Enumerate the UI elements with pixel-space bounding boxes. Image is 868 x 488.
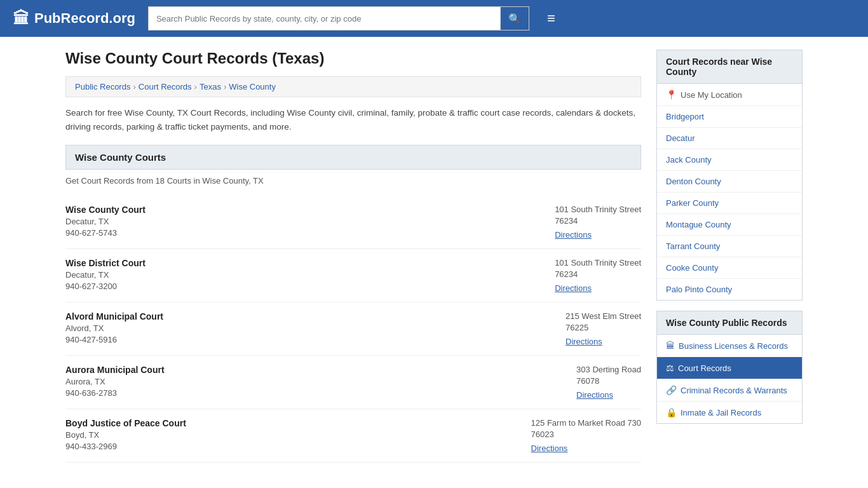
court-phone: 940-433-2969 bbox=[65, 442, 186, 451]
nearby-list-item[interactable]: Tarrant County bbox=[657, 236, 802, 257]
directions-link[interactable]: Directions bbox=[531, 444, 568, 453]
logo-icon: 🏛 bbox=[13, 9, 29, 29]
public-records-item[interactable]: 🔗Criminal Records & Warrants bbox=[657, 379, 802, 402]
directions-link[interactable]: Directions bbox=[555, 230, 592, 240]
court-street: 101 South Trinity Street bbox=[555, 258, 641, 268]
court-info: Boyd Justice of Peace Court Boyd, TX 940… bbox=[65, 418, 186, 453]
logo-link[interactable]: 🏛 PubRecord.org bbox=[13, 9, 135, 29]
location-icon: 📍 bbox=[666, 90, 677, 100]
court-name: Aurora Municipal Court bbox=[65, 365, 165, 375]
court-info: Alvord Municipal Court Alvord, TX 940-42… bbox=[65, 311, 163, 346]
public-records-item[interactable]: ⚖Court Records bbox=[657, 357, 802, 379]
court-city: Decatur, TX bbox=[65, 217, 146, 226]
public-records-section: Wise County Public Records 🏛Business Lic… bbox=[656, 311, 803, 424]
page-title: Wise County Court Records (Texas) bbox=[65, 50, 641, 67]
record-icon: 🔒 bbox=[666, 407, 677, 417]
court-street: 101 South Trinity Street bbox=[555, 205, 641, 214]
nearby-link[interactable]: Denton County bbox=[657, 171, 802, 192]
nearby-link[interactable]: Decatur bbox=[657, 128, 802, 149]
court-zip: 76023 bbox=[531, 430, 641, 439]
court-entry: Alvord Municipal Court Alvord, TX 940-42… bbox=[65, 302, 641, 356]
public-records-link[interactable]: 🔗Criminal Records & Warrants bbox=[657, 379, 802, 401]
court-phone: 940-427-5916 bbox=[65, 335, 163, 344]
directions-link[interactable]: Directions bbox=[566, 337, 602, 346]
use-location-link[interactable]: 📍Use My Location bbox=[657, 84, 802, 105]
court-city: Boyd, TX bbox=[65, 430, 186, 440]
public-records-link[interactable]: ⚖Court Records bbox=[657, 357, 802, 379]
courts-section-header: Wise County Courts bbox=[65, 145, 641, 170]
court-street: 303 Derting Road bbox=[576, 365, 641, 374]
directions-link[interactable]: Directions bbox=[576, 390, 613, 400]
nearby-list-item[interactable]: Bridgeport bbox=[657, 106, 802, 128]
nearby-link[interactable]: Bridgeport bbox=[657, 106, 802, 127]
breadcrumb-texas[interactable]: Texas bbox=[200, 82, 221, 92]
breadcrumb-sep-3: › bbox=[224, 82, 226, 92]
public-records-link[interactable]: 🔒Inmate & Jail Records bbox=[657, 402, 802, 423]
nearby-use-location[interactable]: 📍Use My Location bbox=[657, 84, 802, 106]
public-records-item[interactable]: 🏛Business Licenses & Records bbox=[657, 335, 802, 357]
court-phone: 940-636-2783 bbox=[65, 388, 165, 398]
court-name: Wise County Court bbox=[65, 205, 146, 215]
nearby-section: Court Records near Wise County 📍Use My L… bbox=[656, 50, 803, 301]
nearby-list: 📍Use My LocationBridgeportDecaturJack Co… bbox=[656, 84, 803, 301]
court-street: 125 Farm to Market Road 730 bbox=[531, 418, 641, 428]
courts-sub-description: Get Court Records from 18 Courts in Wise… bbox=[65, 176, 641, 186]
court-city: Decatur, TX bbox=[65, 270, 146, 280]
breadcrumb-public-records[interactable]: Public Records bbox=[75, 82, 130, 92]
nearby-list-item[interactable]: Cooke County bbox=[657, 257, 802, 279]
court-address: 125 Farm to Market Road 730 76023 Direct… bbox=[531, 418, 641, 453]
page-description: Search for free Wise County, TX Court Re… bbox=[65, 106, 641, 133]
court-entry: Wise District Court Decatur, TX 940-627-… bbox=[65, 249, 641, 302]
record-icon: ⚖ bbox=[666, 363, 674, 373]
nearby-list-item[interactable]: Montague County bbox=[657, 214, 802, 236]
nearby-link[interactable]: Parker County bbox=[657, 193, 802, 214]
public-records-list: 🏛Business Licenses & Records⚖Court Recor… bbox=[656, 335, 803, 424]
nearby-list-item[interactable]: Jack County bbox=[657, 149, 802, 171]
public-records-link[interactable]: 🏛Business Licenses & Records bbox=[657, 335, 802, 356]
breadcrumb: Public Records › Court Records › Texas ›… bbox=[65, 76, 641, 97]
logo-text: PubRecord.org bbox=[34, 10, 135, 27]
public-records-item[interactable]: 🔒Inmate & Jail Records bbox=[657, 402, 802, 423]
court-entry: Wise County Court Decatur, TX 940-627-57… bbox=[65, 196, 641, 249]
nearby-link[interactable]: Montague County bbox=[657, 214, 802, 235]
menu-icon[interactable]: ≡ bbox=[547, 10, 555, 27]
breadcrumb-court-records[interactable]: Court Records bbox=[139, 82, 192, 92]
nearby-link[interactable]: Tarrant County bbox=[657, 236, 802, 257]
nearby-link[interactable]: Cooke County bbox=[657, 257, 802, 278]
court-zip: 76078 bbox=[576, 376, 641, 386]
court-street: 215 West Elm Street bbox=[566, 311, 641, 321]
court-entry: Boyd Justice of Peace Court Boyd, TX 940… bbox=[65, 409, 641, 463]
court-info: Aurora Municipal Court Aurora, TX 940-63… bbox=[65, 365, 165, 400]
search-input[interactable] bbox=[148, 6, 500, 30]
nearby-link[interactable]: Jack County bbox=[657, 149, 802, 170]
site-header: 🏛 PubRecord.org 🔍 ≡ bbox=[0, 0, 868, 37]
court-city: Aurora, TX bbox=[65, 377, 165, 386]
breadcrumb-sep-1: › bbox=[133, 82, 135, 92]
search-button[interactable]: 🔍 bbox=[500, 6, 529, 30]
court-name: Wise District Court bbox=[65, 258, 146, 268]
court-city: Alvord, TX bbox=[65, 323, 163, 333]
court-phone: 940-627-5743 bbox=[65, 228, 146, 238]
breadcrumb-wise-county[interactable]: Wise County bbox=[229, 82, 276, 92]
court-name: Boyd Justice of Peace Court bbox=[65, 418, 186, 428]
court-phone: 940-627-3200 bbox=[65, 281, 146, 291]
nearby-list-item[interactable]: Denton County bbox=[657, 171, 802, 193]
main-content: Wise County Court Records (Texas) Public… bbox=[65, 50, 641, 463]
directions-link[interactable]: Directions bbox=[555, 283, 592, 293]
nearby-list-item[interactable]: Parker County bbox=[657, 193, 802, 214]
court-address: 215 West Elm Street 76225 Directions bbox=[566, 311, 641, 346]
nearby-list-item[interactable]: Palo Pinto County bbox=[657, 279, 802, 300]
main-container: Wise County Court Records (Texas) Public… bbox=[53, 37, 815, 475]
nearby-title: Court Records near Wise County bbox=[656, 50, 803, 84]
court-info: Wise County Court Decatur, TX 940-627-57… bbox=[65, 205, 146, 240]
search-bar: 🔍 bbox=[148, 6, 529, 30]
public-records-title: Wise County Public Records bbox=[656, 311, 803, 335]
nearby-link[interactable]: Palo Pinto County bbox=[657, 279, 802, 300]
breadcrumb-sep-2: › bbox=[194, 82, 197, 92]
record-icon: 🔗 bbox=[666, 385, 677, 395]
court-address: 303 Derting Road 76078 Directions bbox=[576, 365, 641, 400]
court-address: 101 South Trinity Street 76234 Direction… bbox=[555, 258, 641, 293]
court-zip: 76234 bbox=[555, 269, 641, 279]
nearby-list-item[interactable]: Decatur bbox=[657, 128, 802, 149]
record-icon: 🏛 bbox=[666, 341, 675, 351]
